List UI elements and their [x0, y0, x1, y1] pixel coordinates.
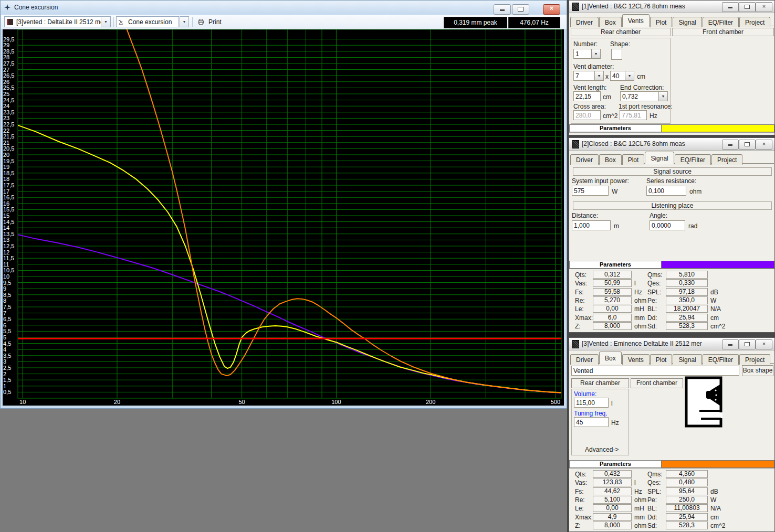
tab-box[interactable]: Box: [599, 154, 622, 165]
window3-tabstrip: DriverBoxVentsPlotSignalEQ/FilterProject: [570, 352, 774, 364]
graph-type-arrow-button[interactable]: ▼: [180, 16, 189, 27]
angle-label: Angle:: [650, 212, 667, 219]
cone-excursion-chart[interactable]: 0,511,522,533,544,555,566,577,588,599,51…: [3, 29, 564, 406]
svg-text:15,5: 15,5: [3, 206, 14, 212]
tuning-field[interactable]: 45: [574, 417, 609, 427]
vent-diameter-b-dropdown[interactable]: 40 ▼: [610, 71, 634, 81]
angle-field[interactable]: 0,0000: [650, 220, 685, 230]
parameters-header: Parameters: [569, 124, 774, 133]
front-chamber-header[interactable]: Front chamber: [672, 28, 774, 36]
close-button[interactable]: ×: [756, 140, 772, 150]
input-power-label: System input power:: [572, 177, 629, 185]
param-value: 0,00: [593, 504, 632, 512]
graph-type-dropdown[interactable]: Cone excursion: [116, 16, 179, 27]
peak-readout: 0,319 mm peak: [444, 17, 507, 28]
volume-field[interactable]: 115,00: [574, 398, 609, 408]
tab-driver[interactable]: Driver: [570, 154, 599, 165]
param-unit: l: [634, 280, 636, 287]
distance-field[interactable]: 1,000: [572, 220, 611, 230]
chevron-down-icon[interactable]: ▼: [594, 71, 603, 80]
minimize-button[interactable]: [494, 4, 511, 15]
close-button[interactable]: ×: [756, 339, 772, 349]
param-unit: cm^2: [710, 323, 725, 330]
driver-selector-dropdown[interactable]: [3]vented : DeltaLite II 2512 mer ▼: [4, 16, 111, 27]
vent-count-dropdown[interactable]: 1 ▼: [573, 49, 601, 59]
param-value: 250,0: [666, 496, 708, 504]
tab-project[interactable]: Project: [739, 354, 770, 365]
tab-plot[interactable]: Plot: [622, 154, 645, 165]
vent-diameter-a-dropdown[interactable]: 7 ▼: [573, 71, 604, 81]
svg-text:20: 20: [114, 399, 120, 405]
box-shape-button[interactable]: Box shape: [742, 365, 773, 376]
shape-label: Shape:: [610, 40, 630, 48]
tab-eq-filter[interactable]: EQ/Filter: [703, 354, 739, 365]
svg-text:5: 5: [3, 334, 6, 341]
param-value: 528,3: [666, 522, 708, 529]
rear-chamber-button[interactable]: Rear chamber: [571, 378, 629, 388]
tab-box[interactable]: Box: [599, 352, 622, 364]
print-button[interactable]: Print: [195, 16, 225, 28]
svg-text:6,5: 6,5: [3, 316, 11, 322]
tab-plot[interactable]: Plot: [650, 17, 673, 27]
svg-text:4: 4: [3, 346, 6, 353]
tab-driver[interactable]: Driver: [570, 354, 599, 365]
box-type-field[interactable]: Vented: [571, 366, 739, 376]
param-value: 528,3: [666, 322, 708, 330]
series-resistance-field[interactable]: 0,100: [646, 186, 686, 196]
parameters-label: Parameters: [569, 460, 662, 468]
param-label: Z:: [575, 323, 581, 330]
vent-diameter-label: Vent diameter:: [573, 63, 614, 70]
plot-titlebar[interactable]: Cone excursion ×: [1, 1, 567, 15]
tab-box[interactable]: Box: [599, 17, 622, 27]
maximize-button[interactable]: [512, 4, 529, 15]
maximize-button[interactable]: [739, 140, 756, 150]
cross-area-field: 280,0: [573, 110, 601, 120]
chevron-down-icon[interactable]: ▼: [101, 17, 110, 27]
maximize-button[interactable]: [739, 2, 756, 12]
param-unit: W: [710, 297, 716, 304]
advanced-link[interactable]: Advanced->: [585, 446, 619, 453]
close-button[interactable]: ×: [543, 4, 560, 15]
tab-vents[interactable]: Vents: [622, 14, 650, 27]
svg-text:1: 1: [3, 383, 6, 389]
chevron-down-icon[interactable]: ▼: [625, 71, 634, 80]
window2-titlebar[interactable]: [2]Closed : B&C 12CL76 8ohm meas ×: [569, 138, 774, 151]
end-correction-dropdown[interactable]: 0,732 ▼: [620, 91, 668, 101]
svg-text:19,5: 19,5: [3, 158, 14, 164]
tab-eq-filter[interactable]: EQ/Filter: [675, 154, 711, 165]
param-value: 4,360: [666, 470, 708, 478]
svg-text:14: 14: [3, 225, 9, 231]
svg-text:29: 29: [3, 42, 9, 48]
svg-text:8: 8: [3, 297, 6, 304]
close-button[interactable]: ×: [756, 2, 772, 12]
maximize-button[interactable]: [739, 339, 756, 349]
chevron-down-icon[interactable]: ▼: [658, 92, 667, 101]
tab-plot[interactable]: Plot: [650, 354, 673, 365]
tab-signal[interactable]: Signal: [673, 354, 701, 365]
tuning-unit: Hz: [611, 419, 619, 427]
param-unit: mm: [634, 314, 645, 322]
window3-titlebar[interactable]: [3]Vented : Eminence DeltaLite II 2512 m…: [569, 338, 774, 350]
tab-project[interactable]: Project: [711, 154, 742, 165]
minimize-button[interactable]: [722, 140, 739, 150]
volume-label: Volume:: [574, 390, 596, 398]
window1-titlebar[interactable]: [1]Vented : B&C 12CL76 8ohm meas ×: [569, 1, 774, 13]
minimize-button[interactable]: [722, 2, 739, 12]
tab-eq-filter[interactable]: EQ/Filter: [703, 17, 739, 27]
minimize-button[interactable]: [722, 339, 739, 349]
tab-driver[interactable]: Driver: [570, 17, 599, 27]
front-chamber-button[interactable]: Front chamber: [631, 378, 683, 388]
document-icon: [572, 3, 579, 11]
input-power-field[interactable]: 575: [572, 186, 609, 196]
tab-signal[interactable]: Signal: [645, 152, 674, 164]
rear-chamber-header[interactable]: Rear chamber: [571, 28, 671, 36]
tab-vents[interactable]: Vents: [622, 354, 650, 365]
svg-text:9,5: 9,5: [3, 280, 11, 286]
param-label: Qes:: [647, 479, 661, 486]
tab-signal[interactable]: Signal: [673, 17, 701, 27]
svg-text:3,5: 3,5: [3, 353, 11, 359]
tab-project[interactable]: Project: [739, 17, 770, 27]
shape-selector[interactable]: [611, 49, 622, 60]
chevron-down-icon[interactable]: ▼: [591, 49, 600, 58]
vent-length-field[interactable]: 22,15: [573, 91, 601, 101]
